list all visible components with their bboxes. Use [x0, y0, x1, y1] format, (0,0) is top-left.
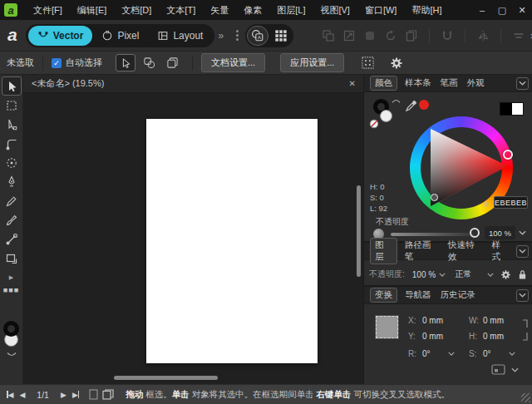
layer-settings-gear-icon[interactable]	[500, 269, 511, 280]
rectangle-tool[interactable]	[2, 249, 22, 268]
gear-icon[interactable]	[390, 57, 403, 70]
tab-color[interactable]: 颜色	[370, 76, 397, 91]
menu-window[interactable]: 窗口[W]	[357, 0, 405, 20]
menu-text[interactable]: 文本[T]	[159, 0, 203, 20]
tab-styles[interactable]: 样式	[490, 239, 510, 264]
tab-path-brushes[interactable]: 路径画笔	[403, 239, 441, 264]
menu-layer[interactable]: 图层[L]	[269, 0, 313, 20]
pen-tool[interactable]	[2, 172, 22, 191]
r-field[interactable]: 0°	[422, 349, 431, 358]
tab-quick-fx[interactable]: 快速特效	[446, 239, 484, 264]
menu-file[interactable]: 文件[F]	[26, 0, 70, 20]
fill-stroke-wells[interactable]	[1, 321, 22, 359]
link-dimensions-icon[interactable]	[522, 319, 528, 341]
opacity-slider-knob[interactable]	[470, 228, 480, 238]
blend-mode-chevron[interactable]	[487, 273, 494, 277]
transparency-tool[interactable]	[2, 229, 22, 249]
x-field[interactable]: 0 mm	[422, 316, 443, 325]
y-field[interactable]: 0 mm	[422, 332, 443, 341]
r-chevron[interactable]	[448, 352, 455, 356]
more-tools-button[interactable]: ■■■	[3, 286, 19, 294]
panel-collapse-button[interactable]	[516, 77, 529, 90]
menu-vector[interactable]: 矢量	[203, 0, 236, 20]
facing-pages-view-icon[interactable]	[102, 389, 114, 400]
menu-pixel[interactable]: 像素	[236, 0, 269, 20]
move-tool[interactable]	[2, 76, 22, 96]
panel-collapse-button[interactable]	[516, 245, 529, 258]
point-transform-tool[interactable]	[2, 153, 22, 172]
layers-opacity-value[interactable]: 100 %	[412, 270, 436, 279]
opacity-value-field[interactable]: 100 %	[485, 226, 515, 239]
panel-collapse-button[interactable]	[516, 289, 529, 302]
window-resize-grip[interactable]	[521, 393, 530, 402]
swap-colors-icon[interactable]	[391, 97, 401, 104]
transform-origin-icon[interactable]	[491, 364, 505, 375]
lock-icon[interactable]	[518, 269, 527, 280]
layers-opacity-chevron[interactable]	[439, 273, 446, 277]
next-page-button[interactable]: ▶	[61, 391, 66, 399]
eyedropper-icon[interactable]	[404, 99, 418, 113]
grid-options-button[interactable]	[270, 26, 292, 46]
canvas-area[interactable]: <未命名> (19.5%) ✕	[23, 75, 363, 384]
pencil-tool[interactable]	[2, 191, 22, 210]
vector-brush-tool[interactable]	[2, 210, 22, 229]
tab-history[interactable]: 历史记录	[439, 288, 477, 302]
tab-transform[interactable]: 变换	[370, 288, 397, 303]
document-tab[interactable]: <未命名> (19.5%)	[23, 77, 342, 90]
persona-tab-pixel[interactable]: Pixel	[92, 26, 148, 46]
anchor-point-selector[interactable]	[376, 316, 398, 338]
persona-tab-vector[interactable]: Vector	[28, 26, 93, 46]
shade-marker[interactable]	[431, 194, 438, 201]
menu-edit[interactable]: 编辑[E]	[70, 0, 114, 20]
select-mode-intersect-button[interactable]	[139, 54, 159, 71]
tab-appearance[interactable]: 外观	[466, 76, 486, 90]
menu-help[interactable]: 帮助[H]	[404, 0, 449, 20]
last-page-button[interactable]: ▶	[72, 391, 79, 399]
grid-settings-button[interactable]	[361, 56, 375, 70]
stroke-color-well[interactable]	[3, 321, 19, 337]
app-settings-button[interactable]: 应用设置...	[280, 53, 344, 72]
minimize-button[interactable]: –	[472, 0, 492, 20]
persona-overflow-chevron[interactable]: »	[218, 30, 224, 42]
menu-view[interactable]: 视图[V]	[313, 0, 357, 20]
menu-document[interactable]: 文档[D]	[114, 0, 159, 20]
document-close-icon[interactable]: ✕	[342, 79, 363, 88]
hex-value-field[interactable]: EBEBEB	[494, 196, 528, 209]
opacity-dropdown-chevron[interactable]	[519, 230, 526, 235]
node-tool[interactable]	[2, 115, 22, 134]
swap-colors-icon[interactable]	[6, 352, 17, 358]
s-field[interactable]: 0°	[483, 349, 491, 358]
hue-marker[interactable]	[503, 150, 513, 160]
artboard-tool[interactable]	[2, 96, 22, 115]
blend-mode-dropdown[interactable]: 正常	[455, 269, 471, 280]
no-fill-icon[interactable]	[369, 119, 379, 129]
s-chevron[interactable]	[509, 352, 515, 356]
opacity-slider-track[interactable]	[391, 233, 475, 236]
select-mode-cursor-button[interactable]	[116, 54, 135, 71]
document-settings-button[interactable]: 文档设置...	[201, 53, 265, 72]
transform-options-chevron[interactable]	[511, 367, 519, 372]
close-button[interactable]: ✕	[512, 0, 532, 20]
previous-page-button[interactable]: ◀	[19, 391, 25, 399]
tool-flyout-arrow-icon[interactable]: ▶	[9, 274, 13, 281]
document-page[interactable]	[146, 119, 318, 363]
select-mode-contain-button[interactable]	[162, 54, 182, 71]
vertical-scrollbar[interactable]	[357, 185, 361, 277]
panel-fill-well[interactable]	[380, 110, 392, 122]
w-field[interactable]: 0 mm	[483, 316, 504, 325]
tab-swatches[interactable]: 样本条	[403, 76, 433, 90]
picked-color-swatch[interactable]	[419, 100, 429, 110]
auto-select-checkbox[interactable]: ✓	[52, 58, 62, 68]
single-page-view-icon[interactable]	[89, 389, 98, 400]
tab-layers[interactable]: 图层	[370, 238, 397, 264]
corner-tool[interactable]	[2, 134, 22, 153]
h-field[interactable]: 0 mm	[483, 332, 504, 341]
maximize-button[interactable]: ▢	[492, 0, 512, 20]
blackwhite-toggle[interactable]	[500, 102, 524, 116]
persona-tab-layout[interactable]: Layout	[148, 26, 212, 46]
tab-stroke[interactable]: 笔画	[439, 76, 460, 90]
tab-navigator[interactable]: 导航器	[403, 288, 433, 302]
first-page-button[interactable]: ◀	[7, 391, 13, 399]
insertion-target-button[interactable]: A	[247, 26, 268, 46]
horizontal-scrollbar[interactable]	[114, 376, 218, 380]
